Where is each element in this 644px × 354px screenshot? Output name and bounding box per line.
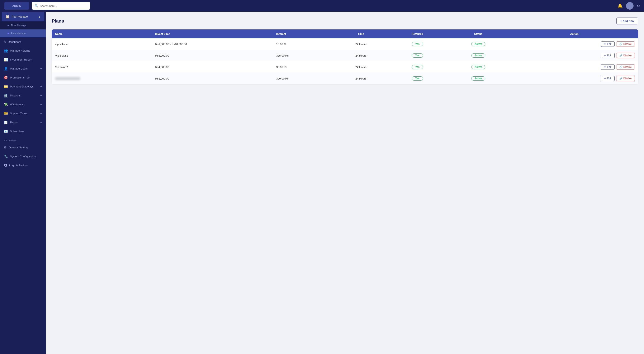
- cell-invest-limit-3: Rs4,000.00: [152, 61, 273, 73]
- plans-table: Name Invest Limit Interest Time Featured…: [52, 29, 638, 84]
- page-title: Plans: [52, 18, 64, 24]
- sidebar-item-payment-gateways[interactable]: 💳 Payment Gateways ▼: [0, 82, 46, 91]
- col-header-time: Time: [333, 29, 389, 38]
- action-buttons-4: ✏ Edit 🔗 Disable: [514, 76, 635, 81]
- table-header: Name Invest Limit Interest Time Featured…: [52, 29, 638, 38]
- chevron-down-icon-deposits: ▼: [40, 94, 42, 97]
- blurred-name-4: REDACTED NAME: [55, 77, 80, 80]
- chevron-up-icon: ▲: [38, 15, 40, 18]
- plan-manage-icon: 📋: [6, 14, 10, 18]
- chevron-down-icon-users: ▼: [40, 67, 42, 70]
- sidebar-item-withdrawals[interactable]: 💸 Withdrawals ▼: [0, 100, 46, 109]
- featured-badge-2: Yes: [412, 53, 423, 58]
- investment-report-icon: 📊: [4, 58, 8, 61]
- logo-favicon-icon: 🖼: [4, 163, 7, 167]
- sidebar-item-label-general-setting: General Setting: [9, 146, 28, 149]
- cell-status-1: Active: [446, 38, 510, 50]
- main-layout: 📋 Plan Manage ▲ Time Manage Plan Manage …: [0, 12, 644, 354]
- search-input[interactable]: [40, 4, 87, 7]
- action-buttons-1: ✏ Edit 🔗 Disable: [514, 41, 635, 47]
- sidebar-item-general-setting[interactable]: ⚙ General Setting: [0, 143, 46, 152]
- sidebar-item-label-deposits: Deposits: [10, 94, 21, 97]
- sidebar-item-label-support-ticket: Support Ticket: [10, 112, 27, 115]
- featured-badge-3: Yes: [412, 65, 423, 69]
- cell-invest-limit-1: Rs1,000.00 - Rs10,000.00: [152, 38, 273, 50]
- sidebar-item-logo-favicon[interactable]: 🖼 Logo & Favicon: [0, 161, 46, 170]
- edit-button-3[interactable]: ✏ Edit: [601, 64, 614, 70]
- dashboard-icon: ⌂: [4, 40, 6, 44]
- sidebar-item-time-manage[interactable]: Time Manage: [0, 21, 46, 29]
- cell-interest-2: 325.00 Rs: [273, 50, 333, 61]
- chevron-down-icon-support: ▼: [40, 112, 42, 115]
- sidebar-item-label-manage-users: Manage Users: [10, 67, 28, 70]
- topnav-right: 🔔 ⚙: [618, 2, 640, 9]
- deposits-icon: 🏦: [4, 93, 8, 97]
- cell-interest-3: 30.00 Rs: [273, 61, 333, 73]
- sidebar-item-system-configuration[interactable]: 🔧 System Configuration: [0, 152, 46, 161]
- status-badge-4: Active: [471, 76, 485, 81]
- table-row: vip solar 4 Rs1,000.00 - Rs10,000.00 10.…: [52, 38, 638, 50]
- sidebar-item-label-report: Report: [10, 121, 18, 124]
- cell-interest-1: 10.00 %: [273, 38, 333, 50]
- status-badge-2: Active: [471, 53, 485, 58]
- chevron-down-icon-report: ▼: [40, 121, 42, 124]
- payment-gateways-icon: 💳: [4, 84, 8, 88]
- dot-active-icon: [8, 33, 9, 34]
- topnav-settings-icon[interactable]: ⚙: [637, 4, 640, 8]
- avatar: [626, 2, 634, 9]
- page-header: Plans + Add New: [52, 17, 638, 24]
- disable-button-4[interactable]: 🔗 Disable: [616, 76, 635, 81]
- cell-featured-3: Yes: [389, 61, 446, 73]
- cell-name-1: vip solar 4: [52, 38, 152, 50]
- settings-section-label: SETTINGS: [0, 136, 46, 143]
- sidebar-sub-label-time-manage: Time Manage: [11, 24, 26, 27]
- sidebar-item-investment-report[interactable]: 📊 Investment Report: [0, 55, 46, 64]
- sidebar-item-label-payment-gateways: Payment Gateways: [10, 85, 34, 88]
- cell-time-4: 24 Hours: [333, 73, 389, 84]
- cell-time-1: 24 Hours: [333, 38, 389, 50]
- edit-icon-3: ✏: [604, 65, 606, 68]
- disable-button-3[interactable]: 🔗 Disable: [616, 64, 635, 70]
- main-content: Plans + Add New Name Invest Limit Intere…: [46, 12, 644, 354]
- cell-time-3: 24 Hours: [333, 61, 389, 73]
- sidebar-item-plan-manage-sub[interactable]: Plan Manage: [0, 29, 46, 37]
- sidebar-item-deposits[interactable]: 🏦 Deposits ▼: [0, 91, 46, 100]
- sidebar-item-support-ticket[interactable]: 🎫 Support Ticket ▼: [0, 109, 46, 118]
- system-configuration-icon: 🔧: [4, 154, 8, 158]
- disable-button-2[interactable]: 🔗 Disable: [616, 53, 635, 58]
- edit-button-1[interactable]: ✏ Edit: [601, 41, 614, 47]
- general-setting-icon: ⚙: [4, 145, 7, 149]
- featured-badge-1: Yes: [412, 42, 423, 46]
- cell-invest-limit-2: Rs8,000.00: [152, 50, 273, 61]
- sidebar-item-plan-manage[interactable]: 📋 Plan Manage ▲: [2, 12, 44, 21]
- cell-status-3: Active: [446, 61, 510, 73]
- notification-icon[interactable]: 🔔: [618, 3, 623, 8]
- plans-table-wrapper: Name Invest Limit Interest Time Featured…: [52, 29, 638, 84]
- sidebar-item-label-logo-favicon: Logo & Favicon: [9, 164, 28, 167]
- sidebar-item-manage-referral[interactable]: 👥 Manage Referral: [0, 46, 46, 55]
- sidebar-item-dashboard[interactable]: ⌂ Dashboard: [0, 37, 46, 46]
- featured-badge-4: Yes: [412, 76, 423, 81]
- sidebar-item-label-investment-report: Investment Report: [10, 58, 32, 61]
- cell-featured-1: Yes: [389, 38, 446, 50]
- avatar-area[interactable]: [626, 2, 634, 9]
- cell-name-3: Vip solar 2: [52, 61, 152, 73]
- manage-users-icon: 👤: [4, 67, 8, 70]
- add-new-button[interactable]: + Add New: [616, 17, 638, 24]
- cell-time-2: 24 Hours: [333, 50, 389, 61]
- disable-button-1[interactable]: 🔗 Disable: [616, 41, 635, 47]
- edit-button-2[interactable]: ✏ Edit: [601, 53, 614, 58]
- edit-button-4[interactable]: ✏ Edit: [601, 76, 614, 81]
- plan-manage-submenu: Time Manage Plan Manage: [0, 21, 46, 37]
- sidebar-item-manage-users[interactable]: 👤 Manage Users ▼: [0, 64, 46, 73]
- sidebar-item-subscribers[interactable]: 📧 Subscribers: [0, 127, 46, 136]
- col-header-action: Action: [510, 29, 638, 38]
- withdrawals-icon: 💸: [4, 102, 8, 106]
- table-row: Vip solar 2 Rs4,000.00 30.00 Rs 24 Hours…: [52, 61, 638, 73]
- col-header-interest: Interest: [273, 29, 333, 38]
- logo-label: ADMIN: [12, 4, 21, 7]
- sidebar-item-promotional-tool[interactable]: 🎯 Promotional Tool: [0, 73, 46, 82]
- table-body: vip solar 4 Rs1,000.00 - Rs10,000.00 10.…: [52, 38, 638, 84]
- sidebar-item-report[interactable]: 📄 Report ▼: [0, 118, 46, 127]
- disable-icon-3: 🔗: [619, 65, 622, 68]
